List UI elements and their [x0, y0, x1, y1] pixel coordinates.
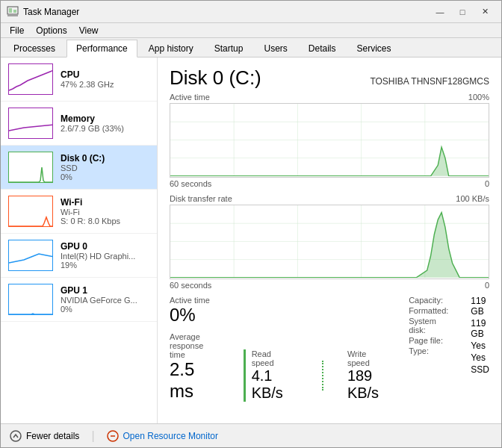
menu-options[interactable]: Options: [30, 24, 72, 37]
disk0-label: Disk 0 (C:): [61, 153, 105, 164]
disk0-type: SSD: [61, 164, 105, 172]
gpu0-usage: 19%: [61, 261, 135, 270]
content-area: CPU 47% 2.38 GHz Memory 2.6/7.9 GB (33%): [1, 57, 501, 423]
wifi-usage: S: 0 R: 8.0 Kbps: [61, 217, 120, 225]
page-file-label: Page file:: [409, 336, 448, 345]
capacity-label: Capacity:: [409, 296, 448, 305]
right-stats: Capacity: Formatted: System disk: Page f…: [409, 296, 489, 402]
tabbar: Processes Performance App history Startu…: [1, 38, 501, 57]
cpu-mini-graph: [8, 63, 53, 95]
read-speed-stat: Read speed 4.1 KB/s: [252, 349, 283, 402]
active-time-label: Active time: [170, 296, 214, 305]
chart1-time: 60 seconds: [170, 179, 211, 188]
chart1-bottom-row: 60 seconds 0: [170, 179, 489, 188]
active-time-chart: [170, 103, 489, 178]
chart2-bottom-row: 60 seconds 0: [170, 281, 489, 290]
disk0-usage: 0%: [61, 172, 105, 181]
titlebar-icon: [7, 6, 19, 18]
menubar: File Options View: [1, 23, 501, 38]
disk-model: TOSHIBA THNSNF128GMCS: [370, 76, 489, 87]
speed-divider: [322, 361, 323, 391]
sidebar-item-memory[interactable]: Memory 2.6/7.9 GB (33%): [1, 102, 157, 146]
gpu0-mini-graph: [8, 240, 53, 271]
tab-services[interactable]: Services: [347, 40, 401, 57]
sidebar-item-gpu0[interactable]: GPU 0 Intel(R) HD Graphi... 19%: [1, 234, 157, 278]
tab-processes[interactable]: Processes: [4, 40, 65, 57]
tab-users[interactable]: Users: [254, 40, 297, 57]
write-speed-value: 189 KB/s: [347, 367, 379, 402]
tab-startup[interactable]: Startup: [205, 40, 253, 57]
cpu-info: CPU 47% 2.38 GHz: [61, 69, 114, 89]
active-time-section: Active time 100%: [170, 93, 489, 188]
window-title: Task Manager: [23, 7, 430, 17]
cpu-usage: 47% 2.38 GHz: [61, 80, 114, 89]
write-speed-stat: Write speed 189 KB/s: [347, 349, 379, 402]
memory-mini-graph: [8, 108, 53, 139]
system-disk-value: Yes: [471, 340, 489, 351]
sidebar-item-gpu1[interactable]: GPU 1 NVIDIA GeForce G... 0%: [1, 278, 157, 322]
formatted-label: Formatted:: [409, 306, 448, 315]
footer: Fewer details | Open Resource Monitor: [1, 423, 501, 447]
system-disk-label: System disk:: [409, 317, 448, 335]
chart2-time: 60 seconds: [170, 281, 211, 290]
gpu1-usage: 0%: [61, 305, 137, 314]
fewer-details-button[interactable]: Fewer details: [10, 430, 79, 442]
svg-rect-1: [9, 8, 12, 13]
chart2-label-row: Disk transfer rate 100 KB/s: [170, 194, 489, 203]
chart1-label-row: Active time 100%: [170, 93, 489, 102]
gpu1-label: GPU 1: [61, 285, 137, 296]
task-manager-window: Task Manager — □ ✕ File Options View Pro…: [0, 0, 502, 448]
svg-rect-2: [13, 10, 16, 13]
type-label: Type:: [409, 346, 448, 355]
chart1-zero: 0: [485, 179, 489, 188]
gpu0-label: GPU 0: [61, 241, 135, 252]
memory-info: Memory 2.6/7.9 GB (33%): [61, 113, 124, 133]
menu-view[interactable]: View: [73, 24, 105, 37]
avg-response-stat: Average response time 2.5 ms: [170, 332, 214, 402]
tab-apphistory[interactable]: App history: [139, 40, 203, 57]
wifi-mini-graph: [8, 196, 53, 227]
avg-response-label: Average response time: [170, 332, 214, 359]
monitor-icon: [107, 430, 119, 442]
stats-row: Active time 0% Average response time 2.5…: [170, 296, 489, 402]
open-monitor-button[interactable]: Open Resource Monitor: [107, 430, 218, 442]
type-value: SSD: [471, 364, 489, 375]
right-stat-labels: Capacity: Formatted: System disk: Page f…: [409, 296, 448, 402]
maximize-button[interactable]: □: [452, 4, 473, 19]
cpu-label: CPU: [61, 69, 114, 80]
capacity-value: 119 GB: [471, 296, 489, 317]
gpu0-model: Intel(R) HD Graphi...: [61, 252, 135, 261]
titlebar: Task Manager — □ ✕: [1, 1, 501, 23]
avg-response-value: 2.5 ms: [170, 359, 214, 402]
transfer-rate-chart: [170, 205, 489, 279]
disk0-info: Disk 0 (C:) SSD 0%: [61, 153, 105, 181]
disk-header: Disk 0 (C:) TOSHIBA THNSNF128GMCS: [170, 66, 489, 90]
wifi-type: Wi-Fi: [61, 208, 120, 217]
tab-details[interactable]: Details: [299, 40, 346, 57]
svg-point-18: [10, 431, 21, 441]
fewer-details-label: Fewer details: [26, 431, 79, 441]
chevron-up-icon: [10, 430, 22, 442]
gpu1-info: GPU 1 NVIDIA GeForce G... 0%: [61, 285, 137, 314]
main-panel: Disk 0 (C:) TOSHIBA THNSNF128GMCS Active…: [158, 57, 501, 423]
sidebar-item-cpu[interactable]: CPU 47% 2.38 GHz: [1, 57, 157, 102]
tab-performance[interactable]: Performance: [66, 40, 137, 57]
gpu0-info: GPU 0 Intel(R) HD Graphi... 19%: [61, 241, 135, 270]
sidebar-item-wifi[interactable]: Wi-Fi Wi-Fi S: 0 R: 8.0 Kbps: [1, 190, 157, 234]
close-button[interactable]: ✕: [474, 4, 495, 19]
footer-divider: |: [91, 429, 94, 443]
read-speed-value: 4.1 KB/s: [252, 367, 283, 402]
minimize-button[interactable]: —: [430, 4, 450, 19]
active-time-stat: Active time 0%: [170, 296, 214, 326]
open-monitor-label: Open Resource Monitor: [123, 431, 218, 441]
sidebar: CPU 47% 2.38 GHz Memory 2.6/7.9 GB (33%): [1, 57, 158, 423]
menu-file[interactable]: File: [4, 24, 30, 37]
page-file-value: Yes: [471, 352, 489, 363]
chart2-label: Disk transfer rate: [170, 194, 232, 203]
memory-usage: 2.6/7.9 GB (33%): [61, 124, 124, 133]
chart2-max: 100 KB/s: [456, 194, 489, 203]
sidebar-item-disk0[interactable]: Disk 0 (C:) SSD 0%: [1, 146, 157, 190]
chart1-max: 100%: [468, 93, 489, 102]
wifi-info: Wi-Fi Wi-Fi S: 0 R: 8.0 Kbps: [61, 197, 120, 225]
window-controls: — □ ✕: [430, 4, 495, 19]
